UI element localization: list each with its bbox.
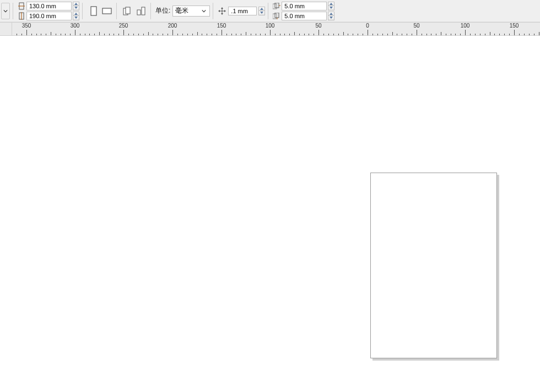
apply-current-page-button[interactable] bbox=[134, 3, 148, 19]
nudge-spinner[interactable] bbox=[258, 7, 265, 15]
page-width-input[interactable]: 130.0 mm bbox=[26, 2, 72, 10]
separator bbox=[116, 3, 118, 19]
separator bbox=[268, 3, 270, 19]
duplicate-x-spinner[interactable] bbox=[328, 2, 334, 10]
ruler-tick-label: 150 bbox=[217, 23, 226, 29]
page-height-input[interactable]: 190.0 mm bbox=[26, 12, 72, 20]
nudge-distance: .1 mm bbox=[218, 6, 265, 17]
separator bbox=[213, 3, 215, 19]
unit-label: 单位: bbox=[155, 6, 170, 15]
page-width-icon bbox=[18, 2, 25, 10]
page-preset-dropdown[interactable] bbox=[1, 3, 10, 19]
ruler-horizontal[interactable]: 35030025020015010050050100150 bbox=[0, 22, 540, 36]
ruler-tick-label: 350 bbox=[22, 23, 31, 29]
separator bbox=[13, 3, 15, 19]
ruler-track: 35030025020015010050050100150 bbox=[12, 23, 540, 36]
ruler-tick-label: 0 bbox=[366, 23, 369, 29]
ruler-tick-label: 100 bbox=[461, 23, 470, 29]
orientation-portrait-button[interactable] bbox=[87, 3, 100, 19]
unit-value: 毫米 bbox=[175, 6, 201, 15]
ruler-tick-label: 100 bbox=[266, 23, 275, 29]
canvas[interactable] bbox=[0, 36, 540, 392]
duplicate-y-spinner[interactable] bbox=[328, 12, 334, 20]
duplicate-y-input[interactable]: 5.0 mm bbox=[282, 12, 327, 20]
duplicate-x-value: 5.0 mm bbox=[284, 3, 305, 9]
separator bbox=[150, 3, 153, 19]
duplicate-y-value: 5.0 mm bbox=[284, 13, 305, 19]
duplicate-y-icon bbox=[273, 12, 280, 20]
unit-select[interactable]: 毫米 bbox=[172, 6, 210, 17]
page-height-spinner[interactable] bbox=[73, 12, 79, 20]
svg-rect-5 bbox=[102, 8, 111, 14]
separator bbox=[82, 3, 84, 19]
ruler-tick-label: 50 bbox=[315, 23, 321, 29]
svg-rect-8 bbox=[137, 10, 141, 15]
ruler-tick-label: 250 bbox=[119, 23, 128, 29]
svg-rect-9 bbox=[142, 7, 145, 15]
svg-rect-4 bbox=[91, 7, 96, 15]
svg-rect-7 bbox=[126, 7, 130, 14]
page-dimensions: 130.0 mm 190.0 mm bbox=[18, 2, 79, 20]
ruler-tick-label: 200 bbox=[168, 23, 177, 29]
nudge-icon bbox=[218, 7, 226, 15]
ruler-tick-label: 150 bbox=[510, 23, 519, 29]
duplicate-x-input[interactable]: 5.0 mm bbox=[282, 2, 327, 10]
chevron-down-icon bbox=[201, 9, 207, 13]
apply-all-pages-button[interactable] bbox=[121, 3, 134, 19]
property-bar: 130.0 mm 190.0 mm 单 bbox=[0, 0, 540, 22]
page-width-value: 130.0 mm bbox=[29, 3, 56, 9]
duplicate-x-icon bbox=[273, 2, 280, 10]
page-height-value: 190.0 mm bbox=[29, 13, 56, 19]
ruler-tick-label: 50 bbox=[413, 23, 419, 29]
ruler-origin-corner[interactable] bbox=[0, 23, 12, 36]
duplicate-distance: 5.0 mm 5.0 mm bbox=[273, 2, 334, 20]
page-width-spinner[interactable] bbox=[73, 2, 79, 10]
nudge-value: .1 mm bbox=[231, 8, 248, 14]
orientation-landscape-button[interactable] bbox=[100, 3, 114, 19]
ruler-tick-label: 300 bbox=[71, 23, 80, 29]
nudge-input[interactable]: .1 mm bbox=[228, 7, 257, 15]
page-height-icon bbox=[18, 12, 25, 20]
document-page[interactable] bbox=[370, 173, 497, 358]
